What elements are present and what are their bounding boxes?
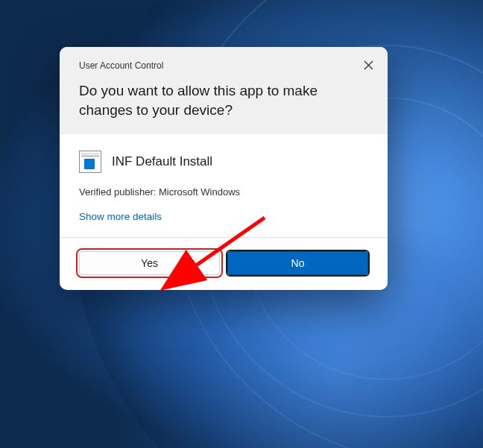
uac-dialog: User Account Control Do you want to allo… [60, 47, 388, 290]
dialog-title: User Account Control [79, 60, 368, 71]
app-name: INF Default Install [112, 154, 212, 169]
dialog-header: User Account Control Do you want to allo… [60, 47, 388, 134]
show-more-details-link[interactable]: Show more details [79, 211, 162, 222]
app-info-row: INF Default Install [79, 151, 368, 173]
publisher-info: Verified publisher: Microsoft Windows [79, 186, 368, 198]
close-icon [364, 60, 373, 70]
dialog-body: INF Default Install Verified publisher: … [60, 134, 388, 237]
yes-button[interactable]: Yes [79, 251, 220, 275]
dialog-question: Do you want to allow this app to make ch… [79, 81, 368, 119]
no-button[interactable]: No [227, 251, 368, 275]
close-button[interactable] [359, 56, 377, 74]
app-icon [79, 151, 101, 173]
dialog-footer: Yes No [60, 237, 388, 290]
